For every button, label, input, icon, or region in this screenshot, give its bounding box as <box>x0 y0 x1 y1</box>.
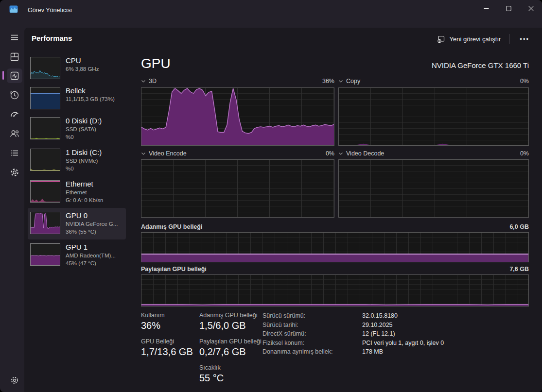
settings-icon[interactable] <box>7 373 22 388</box>
detail-label: Donanıma ayrılmış bellek: <box>262 348 362 356</box>
detail-value: PCI veri yolu 1, aygıt 0, işlev 0 <box>362 340 444 347</box>
gpu0-mini-chart <box>30 212 60 234</box>
chevron-down-icon[interactable] <box>141 152 146 155</box>
sidebar-item-sub: NVIDIA GeForce G... <box>66 220 118 228</box>
chart-value: 0% <box>520 78 529 85</box>
stat-label: Paylaşılan GPU belleği <box>199 338 262 345</box>
disk1-mini-chart <box>30 149 60 171</box>
gpu-panel: GPU NVIDIA GeForce GTX 1660 Ti 3D 36% Co… <box>141 28 529 392</box>
chart-value: 0% <box>326 150 334 157</box>
chart-label: 3D <box>149 78 157 85</box>
chevron-down-icon[interactable] <box>338 79 343 83</box>
dedicated-memory-header: Adanmış GPU belleği 6,0 GB <box>141 223 529 230</box>
stat-label: Adanmış GPU belleği <box>199 311 262 319</box>
nav-rail <box>0 19 24 392</box>
detail-label: DirectX sürümü: <box>262 330 362 338</box>
chevron-down-icon[interactable] <box>141 79 146 83</box>
sidebar-item-sub: %0 <box>66 133 102 141</box>
stat-value: 0,2/7,6 GB <box>199 345 262 358</box>
chart-header-3d: 3D 36% <box>141 78 334 85</box>
sidebar-item-cpu[interactable]: CPU 6% 3,88 GHz <box>28 53 126 83</box>
detail-value: 32.0.15.8180 <box>362 312 444 320</box>
sidebar-item-disk0[interactable]: 0 Diski (D:) SSD (SATA) %0 <box>28 113 126 145</box>
chart-value: 6,0 GB <box>509 223 529 230</box>
performance-sidebar: CPU 6% 3,88 GHz Bellek 11,1/15,3 GB (73%… <box>28 53 126 271</box>
ethernet-mini-chart <box>30 180 60 203</box>
sidebar-item-sub: SSD (SATA) <box>66 125 102 133</box>
nav-startup-apps[interactable] <box>7 107 22 122</box>
nav-processes[interactable] <box>7 50 22 64</box>
sidebar-item-sub: 45% (47 °C) <box>66 259 116 267</box>
sidebar-item-sub: G: 0 A: 0 Kb/sn <box>66 196 103 204</box>
nav-details[interactable] <box>7 146 22 160</box>
titlebar: Görev Yöneticisi <box>0 0 542 19</box>
maximize-button[interactable] <box>497 0 520 17</box>
memory-mini-chart <box>30 87 60 109</box>
detail-label: Fiziksel konum: <box>262 340 362 347</box>
chart-label: Adanmış GPU belleği <box>141 223 202 230</box>
sidebar-item-title: GPU 1 <box>66 243 116 252</box>
stat-value: 36% <box>141 319 193 332</box>
stat-label: Sıcaklık <box>199 364 262 372</box>
sidebar-item-gpu1[interactable]: GPU 1 AMD Radeon(TM)... 45% (47 °C) <box>28 239 126 271</box>
gpu-3d-chart <box>141 87 334 146</box>
stats-column-2: Adanmış GPU belleği 1,5/6,0 GB Paylaşıla… <box>199 311 262 390</box>
chart-header-video-decode: Video Decode 0% <box>338 150 529 157</box>
sidebar-item-title: 1 Diski (C:) <box>66 148 102 157</box>
sidebar-item-memory[interactable]: Bellek 11,1/15,3 GB (73%) <box>28 83 126 113</box>
content-panel: Performans Yeni görevi çalıştır ••• CPU … <box>24 28 542 392</box>
detail-label: Sürücü sürümü: <box>262 312 362 320</box>
shared-memory-chart <box>141 274 529 307</box>
nav-performance[interactable] <box>7 68 22 83</box>
sidebar-item-title: GPU 0 <box>66 211 118 220</box>
stat-label: GPU Belleği <box>141 338 193 345</box>
sidebar-item-ethernet[interactable]: Ethernet Ethernet G: 0 A: 0 Kb/sn <box>28 176 126 208</box>
task-manager-icon <box>9 5 18 14</box>
detail-label: Sürücü tarihi: <box>262 322 362 329</box>
selected-tab-indicator <box>2 71 4 80</box>
disk0-mini-chart <box>30 117 60 139</box>
sidebar-item-sub: 36% (55 °C) <box>66 228 118 236</box>
window-controls <box>475 0 542 17</box>
sidebar-item-gpu0[interactable]: GPU 0 NVIDIA GeForce G... 36% (55 °C) <box>28 208 126 239</box>
gpu-device-name: NVIDIA GeForce GTX 1660 Ti <box>432 61 529 71</box>
chart-label: Video Decode <box>346 150 384 157</box>
sidebar-item-title: CPU <box>66 56 99 65</box>
sidebar-item-sub: Ethernet <box>66 188 103 196</box>
chart-label: Copy <box>346 78 360 85</box>
gpu-panel-title: GPU <box>141 56 171 71</box>
nav-app-history[interactable] <box>7 88 22 102</box>
close-button[interactable] <box>520 0 542 17</box>
shared-memory-header: Paylaşılan GPU belleği 7,6 GB <box>141 266 529 273</box>
chart-label: Paylaşılan GPU belleği <box>141 266 207 273</box>
minimize-button[interactable] <box>475 0 497 17</box>
chart-header-video-encode: Video Encode 0% <box>141 150 334 157</box>
sidebar-item-disk1[interactable]: 1 Diski (C:) SSD (NVMe) %0 <box>28 145 126 176</box>
chart-label: Video Encode <box>149 150 187 157</box>
sidebar-item-sub: AMD Radeon(TM)... <box>66 252 116 259</box>
chevron-down-icon[interactable] <box>338 152 343 155</box>
gpu1-mini-chart <box>30 243 60 266</box>
nav-services[interactable] <box>7 165 22 180</box>
gpu-video-encode-chart <box>141 159 334 218</box>
menu-icon[interactable] <box>7 30 22 45</box>
page-title: Performans <box>32 34 72 42</box>
detail-value: 12 (FL 12.1) <box>362 330 444 338</box>
sidebar-item-sub: SSD (NVMe) <box>66 157 102 165</box>
chart-value: 36% <box>322 78 334 85</box>
chart-value: 0% <box>520 150 529 157</box>
sidebar-item-title: Ethernet <box>66 180 103 188</box>
window-title: Görev Yöneticisi <box>28 7 72 14</box>
task-manager-window: Görev Yöneticisi <box>0 0 542 392</box>
gpu-video-decode-chart <box>338 159 529 218</box>
chart-value: 7,6 GB <box>509 266 529 273</box>
cpu-mini-chart <box>30 57 60 79</box>
stat-value: 1,7/13,6 GB <box>141 345 193 358</box>
nav-users[interactable] <box>7 126 22 141</box>
sidebar-item-title: Bellek <box>66 86 115 95</box>
dedicated-memory-chart <box>141 232 529 262</box>
detail-value: 29.10.2025 <box>362 322 444 329</box>
detail-value: 178 MB <box>362 348 444 356</box>
sidebar-item-sub: 6% 3,88 GHz <box>66 65 99 73</box>
sidebar-item-sub: 11,1/15,3 GB (73%) <box>66 95 115 103</box>
